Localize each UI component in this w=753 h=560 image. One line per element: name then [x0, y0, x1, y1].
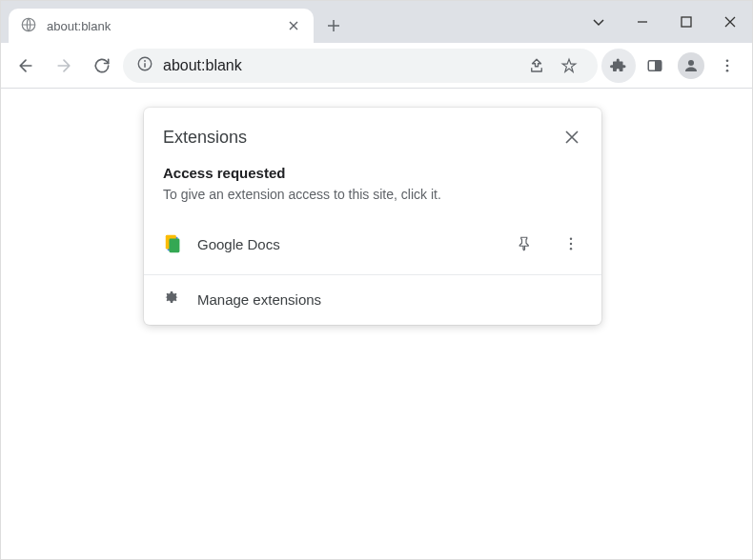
window-minimize-button[interactable]	[621, 1, 664, 43]
manage-extensions-label: Manage extensions	[197, 291, 321, 308]
tab-close-button[interactable]	[285, 17, 302, 34]
profile-avatar[interactable]	[678, 52, 704, 79]
svg-point-16	[726, 69, 729, 71]
svg-point-21	[570, 243, 572, 245]
window-close-button[interactable]	[708, 1, 752, 43]
svg-point-22	[570, 248, 572, 250]
extensions-button[interactable]	[601, 49, 636, 83]
reload-button[interactable]	[85, 49, 119, 83]
side-panel-button[interactable]	[638, 49, 672, 83]
manage-extensions-row[interactable]: Manage extensions	[144, 275, 601, 325]
site-info-icon[interactable]	[136, 55, 153, 76]
extension-row[interactable]: Google Docs	[144, 217, 601, 275]
extensions-popup: Extensions Access requested To give an e…	[144, 108, 601, 325]
share-button[interactable]	[521, 50, 552, 81]
extension-name: Google Docs	[197, 236, 493, 252]
browser-tab[interactable]: about:blank	[9, 9, 314, 43]
svg-rect-12	[655, 60, 661, 70]
gear-icon	[163, 289, 180, 310]
svg-point-20	[570, 238, 572, 240]
extension-more-button[interactable]	[554, 227, 588, 261]
url-text: about:blank	[163, 57, 242, 74]
svg-point-14	[726, 59, 729, 62]
forward-button[interactable]	[47, 49, 81, 83]
menu-button[interactable]	[710, 49, 744, 83]
svg-rect-10	[144, 63, 146, 68]
section-description: To give an extension access to this site…	[163, 187, 582, 202]
popup-title: Extensions	[163, 128, 558, 148]
tab-search-button[interactable]	[577, 1, 621, 43]
google-docs-icon	[163, 233, 184, 254]
svg-point-9	[144, 60, 146, 62]
toolbar: about:blank	[1, 43, 752, 89]
section-heading: Access requested	[163, 165, 582, 181]
svg-rect-19	[169, 239, 179, 253]
back-button[interactable]	[9, 49, 43, 83]
globe-icon	[20, 16, 37, 36]
svg-point-15	[726, 64, 729, 67]
new-tab-button[interactable]	[319, 11, 348, 40]
address-bar[interactable]: about:blank	[123, 49, 598, 83]
bookmark-button[interactable]	[554, 50, 584, 81]
window-controls	[577, 1, 752, 43]
svg-rect-6	[682, 17, 691, 27]
svg-point-13	[688, 60, 694, 66]
pin-extension-button[interactable]	[506, 227, 540, 261]
tab-title: about:blank	[47, 19, 275, 33]
popup-close-button[interactable]	[558, 123, 586, 151]
window-maximize-button[interactable]	[664, 1, 708, 43]
